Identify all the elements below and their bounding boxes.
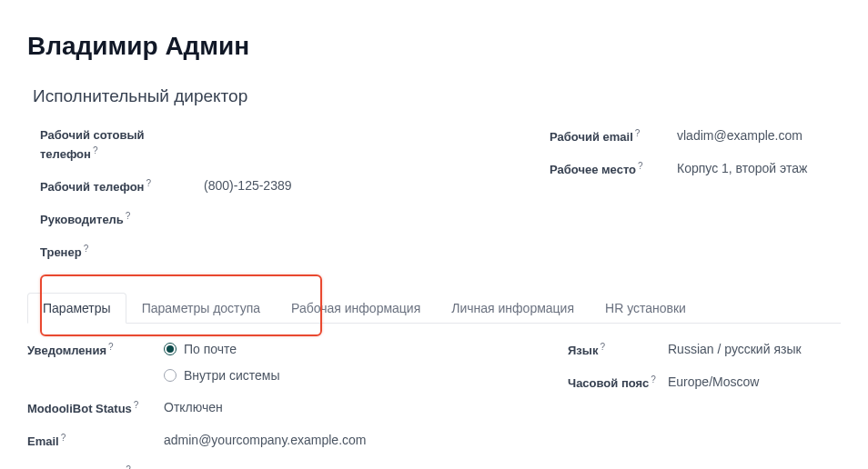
help-icon[interactable]: ? xyxy=(638,161,643,171)
radio-by-mail[interactable]: По почте xyxy=(164,340,531,359)
signature-value[interactable]: -- Владимир Админ xyxy=(164,463,531,469)
help-icon[interactable]: ? xyxy=(134,400,139,410)
radio-selected-icon xyxy=(164,343,177,355)
help-icon[interactable]: ? xyxy=(651,374,656,384)
workplace-label: Рабочее место? xyxy=(550,159,659,179)
signature-label: Подпись в Email? xyxy=(27,463,164,469)
tabs: Параметры Параметры доступа Рабочая инфо… xyxy=(27,293,841,324)
help-icon[interactable]: ? xyxy=(126,211,131,221)
coach-label: Тренер? xyxy=(40,242,186,262)
workplace-value[interactable]: Корпус 1, второй этаж xyxy=(677,159,807,178)
radio-unselected-icon xyxy=(164,369,177,382)
language-value[interactable]: Russian / русский язык xyxy=(668,340,841,359)
work-email-label: Рабочий email? xyxy=(550,126,659,146)
work-phone-value[interactable]: (800)-125-2389 xyxy=(204,176,292,195)
settings-panel: Уведомления? По почте Внутри системы Mod… xyxy=(27,340,841,469)
tab-parameters[interactable]: Параметры xyxy=(27,293,126,324)
help-icon[interactable]: ? xyxy=(600,342,605,352)
manager-label: Руководитель? xyxy=(40,209,186,229)
help-icon[interactable]: ? xyxy=(126,464,131,469)
timezone-value[interactable]: Europe/Moscow xyxy=(668,373,841,392)
help-icon[interactable]: ? xyxy=(146,178,151,188)
email-label: Email? xyxy=(27,431,164,451)
notifications-radio-group: По почте Внутри системы xyxy=(164,340,531,385)
help-icon[interactable]: ? xyxy=(84,244,89,254)
email-value[interactable]: admin@yourcompany.example.com xyxy=(164,431,531,450)
tab-work-info[interactable]: Рабочая информация xyxy=(276,293,436,323)
tab-personal-info[interactable]: Личная информация xyxy=(436,293,590,323)
help-icon[interactable]: ? xyxy=(108,342,114,352)
timezone-label: Часовой пояс? xyxy=(568,373,668,393)
help-icon[interactable]: ? xyxy=(635,128,641,138)
help-icon[interactable]: ? xyxy=(93,145,98,155)
language-label: Язык? xyxy=(568,340,668,360)
work-phone-label: Рабочий телефон? xyxy=(40,176,186,196)
radio-internal[interactable]: Внутри системы xyxy=(164,366,531,385)
bot-status-value[interactable]: Отключен xyxy=(164,398,531,417)
work-email-value[interactable]: vladim@example.com xyxy=(677,126,802,145)
notifications-label: Уведомления? xyxy=(27,340,164,360)
work-mobile-label: Рабочий сотовый телефон? xyxy=(40,126,186,164)
job-title: Исполнительный директор xyxy=(33,84,841,110)
help-icon[interactable]: ? xyxy=(61,433,66,443)
bot-status-label: ModooliBot Status? xyxy=(27,398,164,418)
page-title: Владимир Админ xyxy=(27,27,841,65)
contact-info: Рабочий сотовый телефон? Рабочий телефон… xyxy=(40,126,841,274)
tab-access-parameters[interactable]: Параметры доступа xyxy=(126,293,276,323)
tab-hr-settings[interactable]: HR установки xyxy=(590,293,701,323)
